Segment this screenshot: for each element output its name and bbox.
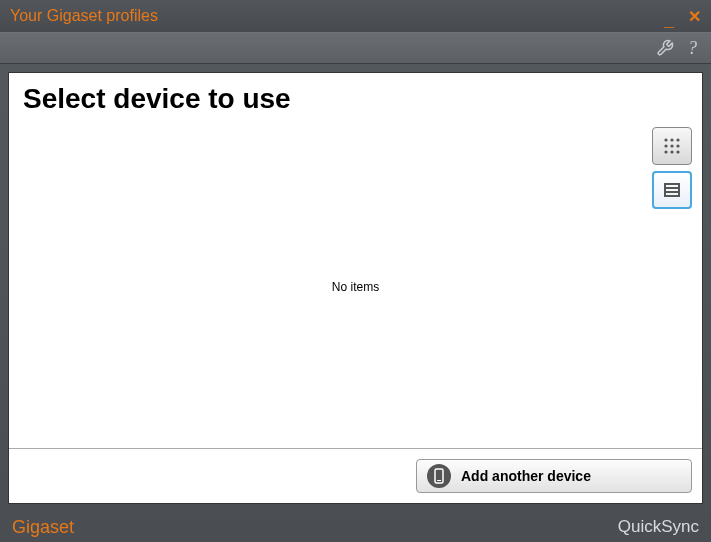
device-panel: Select device to use bbox=[8, 72, 703, 504]
app-name: QuickSync bbox=[618, 517, 699, 537]
view-controls bbox=[652, 127, 692, 209]
panel-footer: Add another device bbox=[9, 449, 702, 503]
grid-view-button[interactable] bbox=[652, 127, 692, 165]
svg-rect-14 bbox=[678, 183, 680, 197]
svg-point-2 bbox=[676, 138, 679, 141]
brand-logo: Gigaset bbox=[12, 517, 74, 538]
svg-point-3 bbox=[664, 144, 667, 147]
svg-point-7 bbox=[670, 150, 673, 153]
empty-message: No items bbox=[332, 280, 379, 294]
window-controls: _ ✕ bbox=[664, 7, 701, 26]
svg-rect-12 bbox=[664, 195, 680, 197]
add-device-label: Add another device bbox=[461, 468, 591, 484]
statusbar: Gigaset QuickSync bbox=[0, 512, 711, 542]
add-device-button[interactable]: Add another device bbox=[416, 459, 692, 493]
close-button[interactable]: ✕ bbox=[688, 7, 701, 26]
help-icon[interactable]: ? bbox=[688, 38, 697, 59]
svg-point-4 bbox=[670, 144, 673, 147]
device-list-area: No items bbox=[9, 125, 702, 449]
svg-rect-16 bbox=[437, 480, 441, 481]
panel-heading: Select device to use bbox=[9, 73, 702, 125]
grid-icon bbox=[662, 136, 682, 156]
titlebar: Your Gigaset profiles _ ✕ bbox=[0, 0, 711, 32]
svg-point-6 bbox=[664, 150, 667, 153]
list-icon bbox=[662, 180, 682, 200]
svg-point-0 bbox=[664, 138, 667, 141]
window-title: Your Gigaset profiles bbox=[10, 7, 664, 25]
svg-point-5 bbox=[676, 144, 679, 147]
svg-point-1 bbox=[670, 138, 673, 141]
svg-rect-13 bbox=[664, 183, 666, 197]
toolbar: ? bbox=[0, 32, 711, 64]
svg-rect-11 bbox=[664, 191, 680, 193]
svg-rect-9 bbox=[664, 183, 680, 185]
minimize-button[interactable]: _ bbox=[664, 7, 674, 25]
settings-icon[interactable] bbox=[656, 39, 674, 57]
phone-icon bbox=[427, 464, 451, 488]
svg-point-8 bbox=[676, 150, 679, 153]
list-view-button[interactable] bbox=[652, 171, 692, 209]
svg-rect-10 bbox=[664, 187, 680, 189]
content-area: Select device to use bbox=[0, 64, 711, 512]
